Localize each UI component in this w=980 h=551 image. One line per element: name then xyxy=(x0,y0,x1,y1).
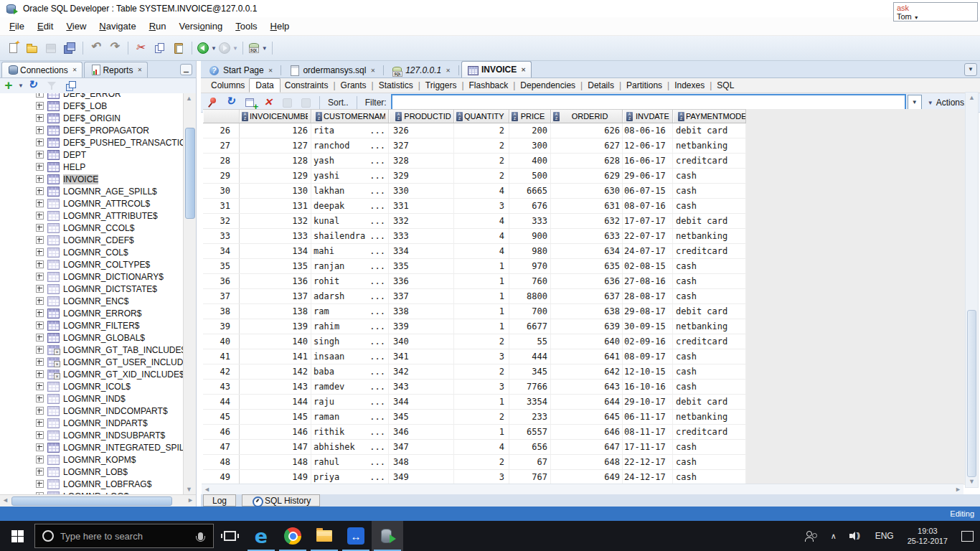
data-cell[interactable]: 06-07-15 xyxy=(623,184,673,198)
data-cell[interactable]: 646 xyxy=(551,425,623,439)
data-cell[interactable]: 6665 xyxy=(509,184,551,198)
data-cell[interactable]: 141 xyxy=(240,349,311,364)
tree-item-logmnr_ind$[interactable]: LOGMNR_IND$ xyxy=(0,392,184,405)
data-cell[interactable]: 02-08-15 xyxy=(623,259,673,273)
data-cell[interactable]: 24-12-17 xyxy=(623,470,673,484)
data-cell[interactable]: 200 xyxy=(509,123,551,138)
data-cell[interactable]: 6677 xyxy=(509,319,551,334)
data-cell[interactable]: 16-06-17 xyxy=(623,154,673,168)
data-cell[interactable]: 130 xyxy=(240,184,311,198)
tree-item-logmnr_col$[interactable]: LOGMNR_COL$ xyxy=(0,246,184,258)
data-cell[interactable]: 636 xyxy=(551,274,623,288)
paste-button[interactable] xyxy=(170,39,187,57)
data-cell[interactable]: 22-07-17 xyxy=(623,229,673,243)
data-cell[interactable]: 4 xyxy=(454,214,509,228)
sort-az-icon[interactable]: AZ xyxy=(553,112,560,121)
tree-item-logmnr_kopm$[interactable]: LOGMNR_KOPM$ xyxy=(0,453,184,466)
tree-item-logmnr_dictstate$[interactable]: LOGMNR_DICTSTATE$ xyxy=(0,283,184,295)
row-number-cell[interactable]: 40 xyxy=(203,334,240,349)
doc-tab-invoice[interactable]: INVOICE✕ xyxy=(461,61,532,77)
bottom-tab-log[interactable]: Log xyxy=(203,494,236,507)
data-cell[interactable]: 4 xyxy=(454,244,509,258)
expand-icon[interactable] xyxy=(36,248,44,256)
data-cell[interactable]: 22-12-17 xyxy=(623,455,673,469)
data-cell[interactable]: 349 xyxy=(389,470,454,484)
data-cell[interactable]: 08-06-16 xyxy=(623,123,673,138)
data-cell[interactable]: cash xyxy=(673,259,746,273)
sort-button[interactable]: Sort.. xyxy=(328,98,349,108)
data-cell[interactable]: rahul... xyxy=(311,455,389,469)
doc-tab-start-page[interactable]: Start Page✕ xyxy=(204,63,278,77)
data-cell[interactable]: 329 xyxy=(389,169,454,183)
data-cell[interactable]: 29-10-17 xyxy=(623,395,673,409)
collapse-panel-button[interactable]: ▁ xyxy=(180,64,192,75)
close-icon[interactable]: ✕ xyxy=(72,67,77,73)
tree-item-logmnr_global$[interactable]: LOGMNR_GLOBAL$ xyxy=(0,331,184,344)
menu-versioning[interactable]: Versioning xyxy=(173,18,230,34)
data-cell[interactable]: 127 xyxy=(240,138,311,153)
data-cell[interactable]: 8800 xyxy=(509,289,551,303)
close-icon[interactable]: ✕ xyxy=(268,67,273,74)
data-cell[interactable]: 1 xyxy=(454,395,509,409)
tree-item-logmnr_attrcol$[interactable]: LOGMNR_ATTRCOL$ xyxy=(0,197,184,209)
data-cell[interactable]: netbanking xyxy=(673,229,746,243)
copy-button[interactable] xyxy=(151,39,169,57)
tree-item-invoice[interactable]: INVOICE xyxy=(0,173,184,185)
scroll-up-icon[interactable]: ▲ xyxy=(184,93,194,104)
data-cell[interactable]: debit card xyxy=(673,214,746,228)
expand-icon[interactable] xyxy=(36,114,44,122)
tab-columns[interactable]: Columns xyxy=(207,80,249,91)
data-cell[interactable]: 300 xyxy=(509,138,551,153)
chrome-taskbar-button[interactable] xyxy=(277,521,308,551)
data-cell[interactable]: 2 xyxy=(454,138,509,153)
tree-hscroll-thumb[interactable] xyxy=(11,496,172,506)
row-number-cell[interactable]: 34 xyxy=(203,244,240,258)
start-button[interactable] xyxy=(0,521,34,551)
new-file-button[interactable] xyxy=(5,39,22,57)
data-cell[interactable]: 6557 xyxy=(509,425,551,439)
data-cell[interactable]: 3354 xyxy=(509,395,551,409)
data-cell[interactable]: 143 xyxy=(240,380,311,394)
ask-tom-search-widget[interactable]: ask Tom ▼ xyxy=(893,2,978,22)
column-header-paymentmode[interactable]: AZPAYMENTMODE xyxy=(673,110,746,123)
expand-icon[interactable] xyxy=(36,480,44,488)
data-cell[interactable]: 128 xyxy=(240,154,311,168)
dropdown-arrow-icon[interactable]: ▼ xyxy=(18,83,24,89)
sql-worksheet-button[interactable]: ▼ xyxy=(248,39,268,57)
data-cell[interactable]: yashi... xyxy=(311,169,389,183)
cut-button[interactable] xyxy=(133,39,150,57)
data-cell[interactable]: 347 xyxy=(389,440,454,454)
row-number-cell[interactable]: 48 xyxy=(203,455,240,469)
dropdown-arrow-icon[interactable]: ▼ xyxy=(211,45,217,52)
tree-item-def$_propagator[interactable]: DEF$_PROPAGATOR xyxy=(0,124,184,136)
menu-run[interactable]: Run xyxy=(143,18,173,34)
data-cell[interactable]: 134 xyxy=(240,244,311,258)
data-cell[interactable]: 2 xyxy=(454,455,509,469)
data-cell[interactable]: rohit... xyxy=(311,274,389,288)
tree-item-logmnr_icol$[interactable]: LOGMNR_ICOL$ xyxy=(0,380,184,392)
data-cell[interactable]: 648 xyxy=(551,455,623,469)
sort-az-icon[interactable]: AZ xyxy=(316,112,322,121)
column-header-invdate[interactable]: AZINVDATE xyxy=(623,110,673,123)
save-all-button[interactable] xyxy=(61,39,78,57)
expand-icon[interactable] xyxy=(36,346,44,354)
data-cell[interactable]: 24-07-17 xyxy=(623,244,673,258)
data-cell[interactable]: 3 xyxy=(454,380,509,394)
row-number-cell[interactable]: 49 xyxy=(203,470,240,484)
column-header-quantity[interactable]: AZQUANTITY xyxy=(454,110,509,123)
expand-icon[interactable] xyxy=(36,273,44,281)
tab-partitions[interactable]: Partitions xyxy=(622,80,666,91)
expand-icon[interactable] xyxy=(36,138,44,146)
data-cell[interactable]: 3 xyxy=(454,470,509,484)
data-cell[interactable]: 146 xyxy=(240,425,311,439)
data-cell[interactable]: 129 xyxy=(240,169,311,183)
row-number-cell[interactable]: 46 xyxy=(203,425,240,439)
add-button[interactable]: ▼ xyxy=(4,79,24,93)
row-number-cell[interactable]: 26 xyxy=(203,123,240,138)
expand-icon[interactable] xyxy=(36,212,44,220)
data-cell[interactable]: ramdev... xyxy=(311,380,389,394)
tree-vertical-scrollbar[interactable]: ▲ ▼ xyxy=(183,93,196,495)
edge-taskbar-button[interactable]: e xyxy=(245,521,277,551)
data-cell[interactable]: priya... xyxy=(311,470,389,484)
data-cell[interactable]: creditcard xyxy=(673,244,746,258)
